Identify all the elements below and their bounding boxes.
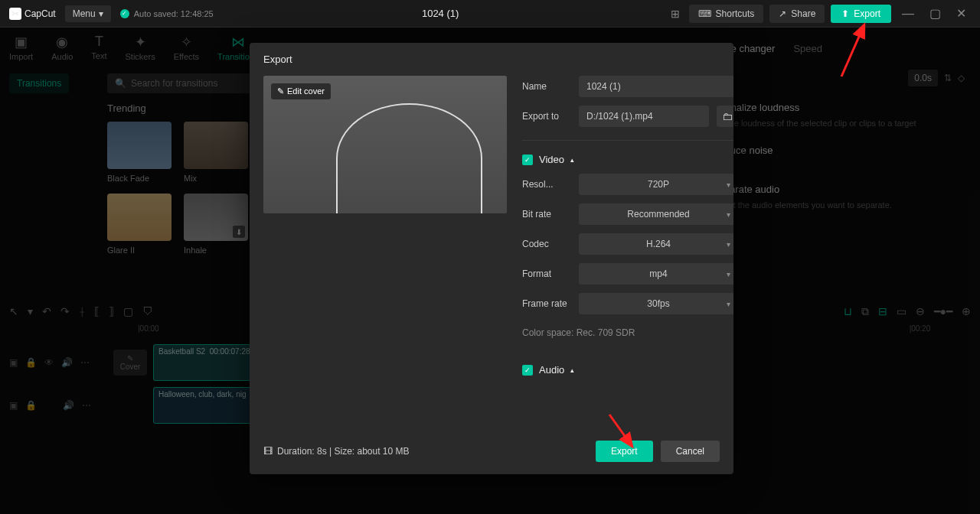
checkbox-icon[interactable]: ✓: [522, 155, 533, 165]
app-name: CapCut: [24, 8, 56, 19]
menu-label: Menu: [73, 8, 96, 19]
project-title: 1024 (1): [223, 8, 658, 19]
cancel-button[interactable]: Cancel: [661, 441, 720, 462]
chevron-up-icon: ▴: [570, 156, 574, 164]
keyboard-icon: ⌨: [698, 8, 711, 19]
exportto-label: Export to: [522, 111, 571, 122]
framerate-select[interactable]: 30fps: [579, 293, 733, 314]
name-field[interactable]: [579, 76, 733, 97]
export-dialog: Export ✎ Edit cover Name Export to 🗀: [250, 43, 733, 474]
chevron-up-icon: ▴: [570, 366, 574, 374]
codec-label: Codec: [522, 239, 571, 249]
bitrate-label: Bit rate: [522, 209, 571, 220]
dialog-title: Export: [250, 43, 733, 76]
resolution-select[interactable]: 720P: [579, 174, 733, 195]
edit-cover-button[interactable]: ✎ Edit cover: [271, 83, 331, 99]
framerate-label: Frame rate: [522, 298, 571, 309]
share-icon: ↗: [779, 8, 786, 19]
exportto-field[interactable]: [579, 106, 709, 127]
export-label: Export: [854, 8, 880, 19]
export-icon: ⬆: [841, 8, 849, 19]
cover-preview: ✎ Edit cover: [263, 76, 507, 213]
titlebar-right: ⊞ ⌨ Shortcuts ↗ Share ⬆ Export — ▢ ✕: [668, 5, 971, 23]
titlebar: ✂ CapCut Menu ▾ ✓ Auto saved: 12:48:25 1…: [0, 0, 980, 28]
pencil-icon: ✎: [277, 86, 284, 96]
film-icon: 🎞: [263, 446, 273, 457]
autosave-text: Auto saved: 12:48:25: [134, 9, 214, 18]
share-button[interactable]: ↗ Share: [769, 5, 825, 23]
close-icon[interactable]: ✕: [952, 6, 971, 21]
export-summary: 🎞 Duration: 8s | Size: about 10 MB: [263, 446, 410, 457]
checkbox-icon[interactable]: ✓: [522, 365, 533, 376]
bitrate-select[interactable]: Recommended: [579, 203, 733, 225]
preview-column: ✎ Edit cover: [263, 76, 507, 431]
autosave-status: ✓ Auto saved: 12:48:25: [120, 9, 214, 18]
video-section-header[interactable]: ✓ Video ▴: [522, 154, 733, 165]
svg-line-1: [609, 415, 632, 447]
annotation-arrow: [837, 20, 875, 84]
shortcuts-label: Shortcuts: [716, 8, 755, 19]
export-form: Name Export to 🗀 ✓ Video ▴ Resol... 720P…: [522, 76, 733, 431]
capcut-logo-icon: ✂: [9, 8, 21, 20]
format-label: Format: [522, 268, 571, 279]
dialog-footer: 🎞 Duration: 8s | Size: about 10 MB Expor…: [250, 431, 733, 474]
menu-button[interactable]: Menu ▾: [65, 5, 111, 22]
codec-select[interactable]: H.264: [579, 233, 733, 255]
resolution-label: Resol...: [522, 179, 571, 190]
check-icon: ✓: [120, 9, 129, 18]
annotation-arrow: [605, 410, 643, 459]
svg-line-0: [841, 24, 864, 76]
format-select[interactable]: mp4: [579, 263, 733, 285]
app-logo: ✂ CapCut: [9, 8, 56, 20]
share-label: Share: [791, 8, 815, 19]
minimize-icon[interactable]: —: [897, 7, 919, 21]
maximize-icon[interactable]: ▢: [925, 6, 946, 21]
chevron-down-icon: ▾: [99, 8, 103, 19]
shortcuts-button[interactable]: ⌨ Shortcuts: [689, 5, 764, 23]
audio-section-header[interactable]: ✓ Audio ▴: [522, 364, 733, 376]
colorspace-info: Color space: Rec. 709 SDR: [522, 327, 733, 338]
browse-folder-button[interactable]: 🗀: [717, 106, 733, 127]
name-label: Name: [522, 81, 571, 92]
layout-icon[interactable]: ⊞: [668, 5, 683, 23]
folder-icon: 🗀: [722, 110, 733, 122]
